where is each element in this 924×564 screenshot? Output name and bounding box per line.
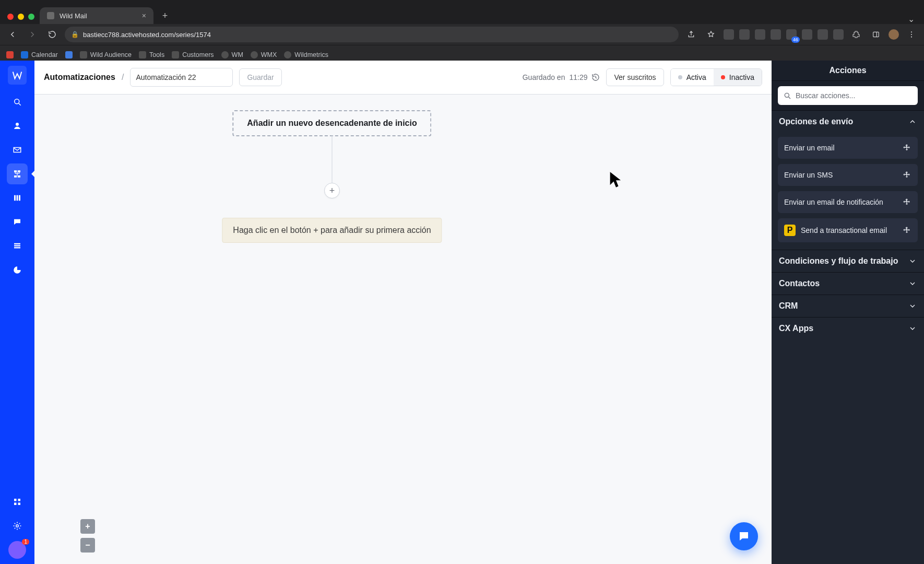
contacts-icon[interactable] bbox=[7, 115, 28, 136]
new-tab-button[interactable]: + bbox=[158, 8, 172, 23]
save-button[interactable]: Guardar bbox=[239, 68, 281, 86]
url-input[interactable]: 🔒 bastiecc788.activehosted.com/series/15… bbox=[65, 27, 679, 42]
lock-icon: 🔒 bbox=[71, 31, 79, 38]
actions-search-input[interactable]: Buscar acciones... bbox=[778, 86, 918, 105]
bookmark-calendar[interactable]: Calendar bbox=[21, 51, 58, 58]
first-action-hint: Haga clic en el botón + para añadir su p… bbox=[222, 218, 442, 243]
svg-rect-17 bbox=[14, 247, 20, 248]
bookmark-tools[interactable]: Tools bbox=[139, 51, 164, 58]
svg-point-22 bbox=[16, 525, 19, 527]
lists-icon[interactable] bbox=[7, 236, 28, 256]
profile-avatar-icon[interactable] bbox=[889, 29, 899, 40]
side-panel-icon[interactable] bbox=[869, 27, 883, 42]
kebab-menu-icon[interactable] bbox=[904, 27, 919, 42]
close-window-icon[interactable] bbox=[7, 14, 14, 20]
bookmark-gmail[interactable] bbox=[6, 51, 14, 58]
apps-icon[interactable] bbox=[7, 491, 28, 512]
canvas-column: Automatizaciones / Guardar Guardado en 1… bbox=[34, 61, 772, 564]
extension-icon[interactable] bbox=[739, 29, 750, 40]
status-active[interactable]: Activa bbox=[671, 69, 714, 86]
minimize-window-icon[interactable] bbox=[18, 14, 24, 20]
back-button[interactable] bbox=[5, 27, 20, 42]
svg-rect-12 bbox=[14, 195, 16, 201]
reload-button[interactable] bbox=[45, 27, 60, 42]
tab-overflow-button[interactable]: ⌄ bbox=[908, 14, 915, 24]
chevron-down-icon bbox=[908, 279, 917, 288]
extension-icon[interactable] bbox=[818, 29, 828, 40]
drag-handle-icon[interactable] bbox=[902, 170, 911, 180]
actions-panel: Acciones Buscar acciones... Opciones de … bbox=[772, 61, 924, 564]
close-tab-icon[interactable]: × bbox=[142, 12, 146, 19]
bookmark-wild-audience[interactable]: Wild Audience bbox=[80, 51, 132, 58]
svg-rect-13 bbox=[17, 195, 18, 201]
history-icon[interactable] bbox=[591, 73, 600, 81]
deals-icon[interactable] bbox=[7, 187, 28, 208]
action-send-notification[interactable]: Enviar un email de notificación bbox=[778, 191, 918, 213]
extension-icon[interactable] bbox=[786, 29, 797, 40]
tab-title: Wild Mail bbox=[60, 12, 137, 20]
action-send-email[interactable]: Enviar un email bbox=[778, 137, 918, 159]
bookmark-wm[interactable]: WM bbox=[221, 51, 243, 58]
add-action-button[interactable]: + bbox=[324, 183, 340, 198]
svg-rect-10 bbox=[14, 175, 17, 178]
bookmark-wildmetrics[interactable]: Wildmetrics bbox=[284, 51, 328, 58]
brand-logo-icon[interactable] bbox=[8, 66, 27, 85]
share-icon[interactable] bbox=[684, 27, 698, 42]
window-controls[interactable] bbox=[7, 14, 34, 20]
app-sidebar bbox=[0, 61, 34, 564]
section-send[interactable]: Opciones de envío bbox=[772, 110, 924, 133]
browser-chrome: Wild Mail × + ⌄ 🔒 bastiecc788.activehost… bbox=[0, 0, 924, 61]
section-cx-apps[interactable]: CX Apps bbox=[772, 317, 924, 339]
svg-rect-0 bbox=[873, 32, 879, 37]
drag-handle-icon[interactable] bbox=[902, 197, 911, 207]
extension-icon[interactable] bbox=[802, 29, 812, 40]
bookmark-folder[interactable] bbox=[65, 51, 73, 58]
section-crm[interactable]: CRM bbox=[772, 295, 924, 317]
svg-line-24 bbox=[789, 97, 790, 99]
browser-tab[interactable]: Wild Mail × bbox=[40, 7, 153, 24]
campaigns-icon[interactable] bbox=[7, 139, 28, 160]
svg-point-7 bbox=[16, 123, 19, 126]
action-send-sms[interactable]: Enviar un SMS bbox=[778, 164, 918, 186]
extensions-puzzle-icon[interactable] bbox=[849, 27, 863, 42]
svg-rect-18 bbox=[14, 499, 17, 501]
actions-search-placeholder: Buscar acciones... bbox=[796, 91, 855, 100]
section-conditions[interactable]: Condiciones y flujo de trabajo bbox=[772, 250, 924, 272]
svg-point-2 bbox=[911, 31, 912, 32]
extension-icon[interactable] bbox=[833, 29, 844, 40]
automations-icon[interactable] bbox=[7, 163, 28, 184]
search-icon[interactable] bbox=[7, 91, 28, 112]
extension-icon[interactable] bbox=[771, 29, 781, 40]
svg-rect-11 bbox=[18, 175, 20, 178]
automation-canvas[interactable]: Añadir un nuevo desencadenante de inicio… bbox=[34, 95, 772, 564]
maximize-window-icon[interactable] bbox=[28, 14, 34, 20]
zoom-in-button[interactable]: + bbox=[80, 519, 95, 534]
conversations-icon[interactable] bbox=[7, 212, 28, 232]
mouse-cursor-icon bbox=[609, 171, 623, 189]
status-toggle[interactable]: Activa Inactiva bbox=[670, 68, 762, 86]
search-icon bbox=[783, 91, 791, 100]
drag-handle-icon[interactable] bbox=[902, 143, 911, 152]
zoom-controls: + − bbox=[80, 519, 95, 553]
automation-name-input[interactable] bbox=[130, 68, 233, 87]
add-start-trigger[interactable]: Añadir un nuevo desencadenante de inicio bbox=[232, 110, 431, 136]
settings-gear-icon[interactable] bbox=[7, 515, 28, 536]
forward-button[interactable] bbox=[25, 27, 40, 42]
extension-icon[interactable] bbox=[724, 29, 734, 40]
drag-handle-icon[interactable] bbox=[902, 226, 911, 235]
view-subscribers-button[interactable]: Ver suscritos bbox=[606, 68, 664, 86]
reports-icon[interactable] bbox=[7, 260, 28, 280]
zoom-out-button[interactable]: − bbox=[80, 538, 95, 553]
account-avatar[interactable] bbox=[8, 541, 26, 559]
section-contacts[interactable]: Contactos bbox=[772, 272, 924, 295]
automation-topbar: Automatizaciones / Guardar Guardado en 1… bbox=[34, 61, 772, 95]
toolbar-right bbox=[684, 27, 919, 42]
action-transactional-email[interactable]: P Send a transactional email bbox=[778, 218, 918, 242]
bookmark-star-icon[interactable] bbox=[704, 27, 718, 42]
help-chat-button[interactable] bbox=[730, 522, 758, 550]
bookmark-customers[interactable]: Customers bbox=[172, 51, 214, 58]
status-inactive[interactable]: Inactiva bbox=[714, 69, 762, 86]
extension-icon[interactable] bbox=[755, 29, 765, 40]
breadcrumb[interactable]: Automatizaciones bbox=[44, 73, 115, 82]
bookmark-wmx[interactable]: WMX bbox=[251, 51, 277, 58]
